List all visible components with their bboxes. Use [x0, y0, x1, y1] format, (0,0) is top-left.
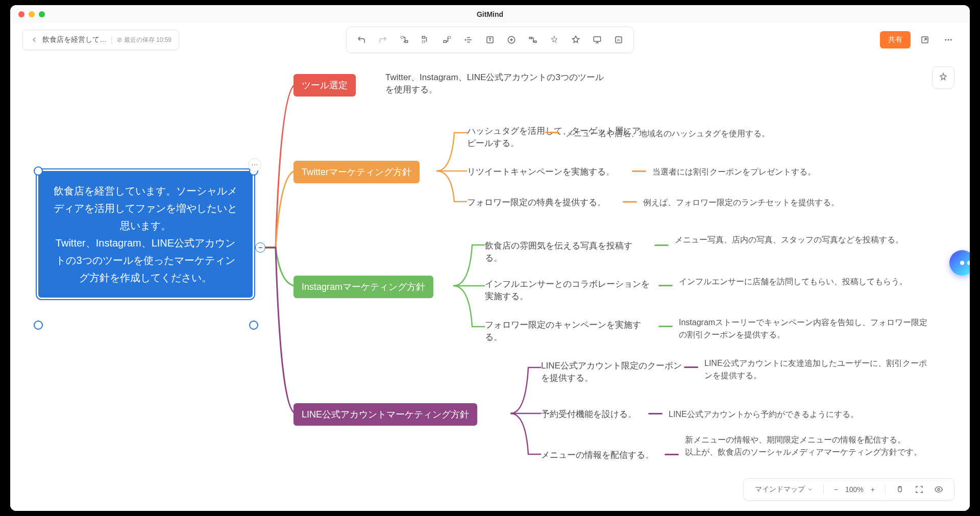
save-status: ⊘ 最近の保存 10:59 [117, 36, 172, 44]
ai-button[interactable]: AI [609, 30, 628, 50]
branch-line[interactable]: LINE公式アカウントマーケティング方針 [293, 403, 477, 426]
close-window[interactable] [18, 11, 24, 17]
bottom-bar: マインドマップ − 100% + [743, 478, 954, 501]
undo-button[interactable] [352, 30, 371, 50]
zoom-in-button[interactable]: + [867, 483, 879, 496]
svg-point-16 [948, 39, 949, 41]
selection-handle[interactable] [34, 166, 43, 176]
leaf-text[interactable]: 当選者には割引クーポンをプレゼントする。 [652, 166, 816, 178]
connector [684, 366, 698, 368]
leaf-text[interactable]: Instagramストーリーでキャンペーン内容を告知し、フォロワー限定の割引クー… [679, 316, 934, 341]
root-node[interactable]: 飲食店を経営しています。ソーシャルメディアを活用してファンを増やしたいと思います… [38, 171, 253, 298]
leaf-text[interactable]: Twitter、Instagram、LINE公式アカウントの3つのツールを使用す… [385, 71, 610, 96]
add-button[interactable] [502, 30, 521, 50]
svg-rect-2 [422, 36, 425, 38]
leaf-text[interactable]: 予約受付機能を設ける。 [541, 408, 636, 421]
toolbar: 飲食店を経営して… | ⊘ 最近の保存 10:59 AI 共有 [10, 23, 970, 56]
svg-rect-5 [444, 41, 446, 43]
connector [654, 244, 669, 246]
zoom-out-button[interactable]: − [830, 483, 842, 496]
leaf-text[interactable]: 例えば、フォロワー限定のランチセットを提供する。 [643, 196, 839, 209]
svg-rect-3 [422, 41, 425, 43]
leaf-text[interactable]: LINE公式アカウント限定のクーポンを提供する。 [541, 360, 684, 384]
relation-button[interactable] [523, 30, 543, 50]
parent-button[interactable] [437, 30, 457, 50]
subtopic-button[interactable] [395, 30, 414, 50]
svg-rect-4 [448, 36, 451, 38]
maximize-window[interactable] [39, 11, 45, 17]
root-text: 飲食店を経営しています。ソーシャルメディアを活用してファンを増やしたいと思います… [54, 185, 237, 283]
branch-tool-selection[interactable]: ツール選定 [293, 74, 356, 96]
svg-text:AI: AI [617, 38, 621, 42]
leaf-text[interactable]: 新メニューの情報や、期間限定メニューの情報を配信する。 以上が、飲食店のソーシャ… [685, 434, 922, 458]
preview-button[interactable] [930, 483, 947, 496]
more-button[interactable] [939, 31, 958, 49]
redo-button[interactable] [373, 30, 393, 50]
branch-twitter[interactable]: Twitterマーケティング方針 [293, 161, 420, 183]
svg-rect-9 [529, 37, 532, 39]
svg-point-15 [945, 39, 946, 41]
breadcrumb[interactable]: 飲食店を経営して… | ⊘ 最近の保存 10:59 [22, 30, 179, 50]
svg-point-6 [465, 39, 466, 40]
toolbar-center: AI [346, 27, 634, 53]
connector [545, 132, 559, 133]
sibling-button[interactable] [416, 30, 435, 50]
leaf-text[interactable]: メニューの情報を配信する。 [541, 449, 654, 461]
zoom-level: 100% [845, 485, 864, 494]
svg-rect-1 [405, 41, 408, 43]
leaf-text[interactable]: LINE公式アカウントに友達追加したユーザーに、割引クーポンを提供する。 [704, 357, 934, 382]
connector [665, 454, 679, 455]
leaf-text[interactable]: メニュー名や店名、地域名のハッシュタグを使用する。 [566, 128, 770, 140]
fit-button[interactable] [911, 483, 927, 496]
leaf-text[interactable]: インフルエンサーとのコラボレーションを実施する。 [485, 278, 653, 303]
connector [632, 170, 646, 172]
text-button[interactable] [480, 30, 500, 50]
summary-button[interactable] [459, 30, 478, 50]
selection-handle[interactable] [34, 321, 43, 330]
connector [658, 285, 673, 286]
leaf-text[interactable]: 飲食店の雰囲気を伝える写真を投稿する。 [485, 240, 648, 264]
collapse-icon[interactable]: − [255, 242, 265, 253]
present-button[interactable] [587, 30, 607, 50]
connector [658, 326, 673, 327]
selection-handle[interactable] [249, 321, 258, 330]
connector [648, 413, 663, 414]
leaf-text[interactable]: フォロワー限定のキャンペーンを実施する。 [485, 319, 653, 343]
minimize-window[interactable] [29, 11, 35, 17]
export-button[interactable] [916, 31, 934, 49]
svg-rect-0 [401, 36, 403, 38]
share-button[interactable]: 共有 [880, 31, 911, 48]
ai-assistant-orb[interactable] [949, 250, 970, 276]
svg-rect-11 [594, 37, 601, 41]
mindmap-canvas[interactable]: 飲食店を経営しています。ソーシャルメディアを活用してファンを増やしたいと思います… [10, 56, 970, 511]
boundary-button[interactable] [545, 30, 564, 50]
style-button[interactable] [566, 30, 585, 50]
view-mode-button[interactable]: マインドマップ [751, 483, 817, 496]
leaf-text[interactable]: リツイートキャンペーンを実施する。 [467, 166, 615, 178]
leaf-text[interactable]: インフルエンサーに店舗を訪問してもらい、投稿してもらう。 [679, 276, 908, 288]
magic-pin-button[interactable] [932, 66, 954, 89]
mouse-mode-button[interactable] [892, 483, 908, 496]
breadcrumb-title: 飲食店を経営して… [42, 35, 107, 44]
titlebar: GitMind [10, 5, 970, 23]
leaf-text[interactable]: フォロワー限定の特典を提供する。 [467, 196, 606, 209]
svg-point-17 [950, 39, 952, 41]
connector [623, 201, 637, 203]
leaf-text[interactable]: メニュー写真、店内の写真、スタッフの写真などを投稿する。 [675, 234, 903, 246]
chevron-left-icon [30, 36, 38, 44]
leaf-text[interactable]: LINE公式アカウントから予約ができるようにする。 [669, 408, 859, 421]
svg-rect-10 [534, 41, 536, 42]
node-context-menu[interactable]: ⋯ [248, 158, 261, 171]
branch-instagram[interactable]: Instagramマーケティング方針 [293, 276, 433, 298]
app-title: GitMind [477, 10, 503, 18]
svg-point-20 [938, 488, 940, 490]
